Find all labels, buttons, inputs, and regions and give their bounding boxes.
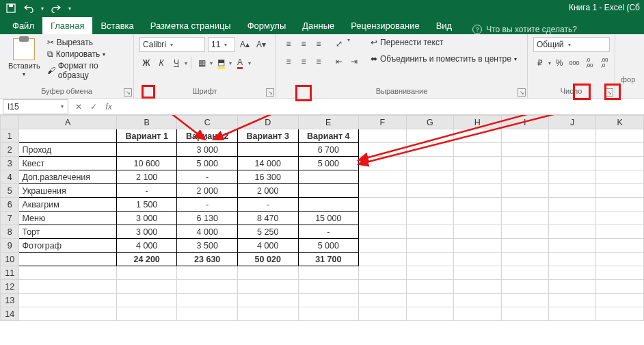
- increase-font-icon[interactable]: A▴: [238, 38, 252, 51]
- decrease-font-icon[interactable]: A▾: [254, 38, 268, 51]
- row-header[interactable]: 12: [1, 280, 19, 294]
- cell[interactable]: [406, 129, 454, 143]
- font-color-button[interactable]: A: [233, 56, 247, 70]
- cell[interactable]: [298, 170, 359, 184]
- merge-center-button[interactable]: ⬌ Объединить и поместить в центре ▾: [371, 53, 517, 64]
- cell[interactable]: [359, 143, 406, 157]
- cut-button[interactable]: ✂ Вырезать: [47, 37, 128, 48]
- cell[interactable]: [548, 157, 595, 170]
- increase-decimal-icon[interactable]: ,0,00: [582, 56, 596, 70]
- cell[interactable]: [596, 239, 644, 253]
- cell[interactable]: 6 700: [298, 143, 359, 157]
- cell[interactable]: [19, 280, 116, 294]
- cell[interactable]: 5 000: [177, 157, 238, 170]
- cell[interactable]: [596, 129, 644, 143]
- qat-customize-icon[interactable]: ▾: [68, 5, 71, 12]
- cell[interactable]: [596, 157, 644, 170]
- row-header[interactable]: 6: [1, 198, 19, 212]
- cell[interactable]: [548, 239, 595, 253]
- row-header[interactable]: 7: [1, 212, 19, 225]
- cell[interactable]: Вариант 1: [116, 129, 177, 143]
- cell[interactable]: [501, 253, 548, 266]
- cell[interactable]: 1 500: [116, 198, 177, 212]
- fill-color-button[interactable]: ⬒: [214, 56, 228, 70]
- cell[interactable]: [596, 170, 644, 184]
- row-header[interactable]: 4: [1, 170, 19, 184]
- tab-formulas[interactable]: Формулы: [239, 17, 295, 34]
- cell[interactable]: [596, 253, 644, 266]
- cell[interactable]: [116, 307, 177, 321]
- cell[interactable]: [548, 266, 595, 280]
- font-name-combo[interactable]: Calibri▾: [139, 37, 205, 52]
- cell[interactable]: [116, 280, 177, 294]
- cancel-formula-icon[interactable]: ✕: [71, 99, 86, 114]
- row-header[interactable]: 13: [1, 294, 19, 307]
- cell[interactable]: [177, 294, 238, 307]
- cell[interactable]: [406, 307, 454, 321]
- cell[interactable]: 24 200: [116, 253, 177, 266]
- cell[interactable]: [501, 184, 548, 198]
- cell[interactable]: 2 000: [177, 184, 238, 198]
- col-header[interactable]: J: [548, 116, 595, 129]
- orientation-icon[interactable]: ⤢: [332, 37, 346, 51]
- cell[interactable]: [548, 307, 595, 321]
- cell[interactable]: [237, 266, 298, 280]
- row-header[interactable]: 8: [1, 225, 19, 239]
- cell[interactable]: [359, 253, 406, 266]
- redo-icon[interactable]: [51, 3, 62, 14]
- cell[interactable]: [454, 157, 502, 170]
- cell[interactable]: 16 300: [237, 170, 298, 184]
- cell[interactable]: [501, 212, 548, 225]
- font-dialog-launcher[interactable]: ↘: [266, 88, 274, 97]
- align-left-icon[interactable]: ≡: [282, 55, 295, 68]
- cell[interactable]: -: [298, 225, 359, 239]
- font-size-combo[interactable]: 11▾: [208, 37, 235, 52]
- underline-button[interactable]: Ч: [170, 56, 183, 70]
- cell[interactable]: [406, 198, 454, 212]
- cell[interactable]: [19, 266, 116, 280]
- cell[interactable]: [116, 266, 177, 280]
- cell[interactable]: [359, 157, 406, 170]
- tab-review[interactable]: Рецензирование: [343, 17, 427, 34]
- cell[interactable]: [19, 253, 116, 266]
- cell[interactable]: [548, 225, 595, 239]
- tab-page-layout[interactable]: Разметка страницы: [142, 17, 239, 34]
- cell[interactable]: [548, 143, 595, 157]
- comma-style-icon[interactable]: 000: [567, 56, 581, 70]
- cell[interactable]: Проход: [19, 143, 116, 157]
- cell[interactable]: 2 100: [116, 170, 177, 184]
- row-header[interactable]: 3: [1, 157, 19, 170]
- cell[interactable]: [406, 157, 454, 170]
- cell[interactable]: [237, 143, 298, 157]
- accounting-format-icon[interactable]: ₽: [533, 56, 547, 70]
- cell[interactable]: [454, 225, 502, 239]
- select-all-corner[interactable]: [1, 116, 19, 129]
- cell[interactable]: [177, 280, 238, 294]
- cell[interactable]: 5 000: [298, 157, 359, 170]
- col-header[interactable]: K: [596, 116, 644, 129]
- cell[interactable]: [454, 170, 502, 184]
- cell[interactable]: 4 000: [116, 239, 177, 253]
- cell[interactable]: [454, 294, 502, 307]
- row-header[interactable]: 11: [1, 266, 19, 280]
- cell[interactable]: -: [177, 170, 238, 184]
- cell[interactable]: [501, 266, 548, 280]
- cell[interactable]: [454, 307, 502, 321]
- cell[interactable]: 10 600: [116, 157, 177, 170]
- cell[interactable]: 50 020: [237, 253, 298, 266]
- number-dialog-launcher[interactable]: ↘: [605, 88, 613, 97]
- cell[interactable]: Вариант 4: [298, 129, 359, 143]
- cell[interactable]: [298, 294, 359, 307]
- cell[interactable]: [596, 280, 644, 294]
- row-header[interactable]: 2: [1, 143, 19, 157]
- alignment-dialog-launcher[interactable]: ↘: [518, 88, 526, 97]
- cell[interactable]: [359, 225, 406, 239]
- tab-view[interactable]: Вид: [428, 17, 461, 34]
- cell[interactable]: [548, 253, 595, 266]
- cell[interactable]: [596, 294, 644, 307]
- cell[interactable]: [177, 266, 238, 280]
- cell[interactable]: [359, 307, 406, 321]
- cell[interactable]: [298, 198, 359, 212]
- fx-icon[interactable]: fx: [101, 99, 116, 114]
- cell[interactable]: [596, 184, 644, 198]
